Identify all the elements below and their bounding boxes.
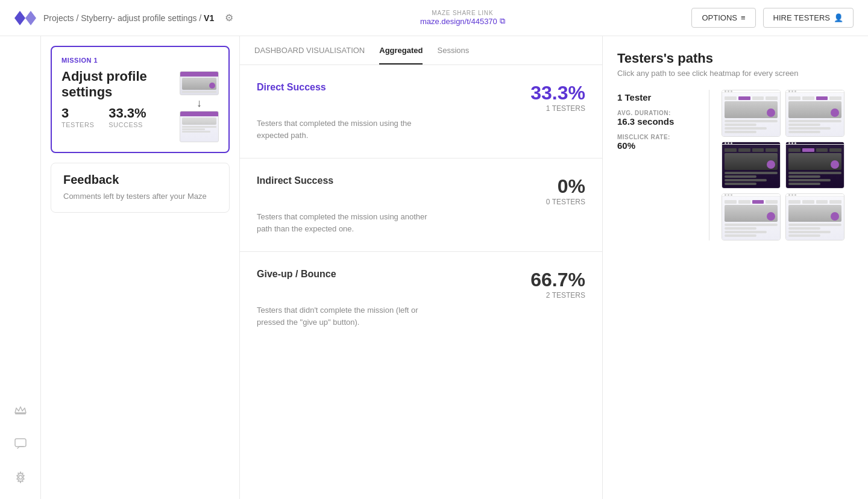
sidebar-crown-icon[interactable]	[11, 400, 30, 419]
tab-bar: DASHBOARD VISUALISATION Aggregated Sessi…	[240, 36, 602, 65]
metric-block-0: Direct Success 33.3% 1 TESTERS Testers t…	[240, 65, 602, 158]
metric-header: Indirect Success 0% 0 TESTERS	[257, 175, 585, 206]
screen-thumb-0[interactable]	[722, 90, 781, 137]
hire-testers-button[interactable]: HIRE TESTERS 👤	[763, 8, 854, 28]
svg-point-2	[19, 475, 22, 479]
tab-sessions[interactable]: Sessions	[437, 36, 469, 64]
metric-description: Testers that didn't complete the mission…	[257, 304, 438, 328]
metric-testers: 1 TESTERS	[530, 104, 585, 113]
svg-rect-0	[15, 413, 26, 415]
screen-thumb-2[interactable]	[722, 142, 781, 189]
metric-name: Direct Success	[257, 82, 326, 93]
metric-percent-block: 66.7% 2 TESTERS	[530, 269, 585, 300]
nav-actions: OPTIONS ≡ HIRE TESTERS 👤	[691, 8, 854, 28]
testers-stat: 3 TESTERS	[61, 105, 94, 128]
screen-thumb-4[interactable]	[722, 193, 781, 240]
main-layout: MISSION 1 Adjust profile settings 3 TEST…	[0, 36, 868, 499]
paths-subtitle: Click any path to see click heatmap for …	[617, 69, 854, 78]
tester-count-label: 1 Tester	[617, 92, 690, 102]
tab-dashboard[interactable]: DASHBOARD VISUALISATION	[254, 36, 365, 64]
sidebar-chat-icon[interactable]	[11, 434, 30, 453]
svg-rect-1	[15, 439, 26, 447]
metric-percent-block: 33.3% 1 TESTERS	[530, 82, 585, 113]
tab-aggregated[interactable]: Aggregated	[379, 36, 423, 64]
metric-percent: 33.3%	[530, 82, 585, 104]
metric-block-2: Give-up / Bounce 66.7% 2 TESTERS Testers…	[240, 252, 602, 345]
divider	[709, 90, 709, 240]
metric-percent-block: 0% 0 TESTERS	[546, 175, 585, 206]
feedback-description: Comments left by testers after your Maze	[63, 190, 217, 202]
mission-card[interactable]: MISSION 1 Adjust profile settings 3 TEST…	[51, 46, 230, 153]
metric-header: Give-up / Bounce 66.7% 2 TESTERS	[257, 269, 585, 300]
options-icon: ≡	[741, 13, 746, 22]
metric-testers: 0 TESTERS	[546, 198, 585, 206]
options-button[interactable]: OPTIONS ≡	[691, 8, 755, 28]
right-panel: Testers's paths Click any path to see cl…	[603, 36, 868, 499]
logo[interactable]	[14, 10, 36, 27]
screens-grid	[722, 90, 854, 240]
mission-stats: 3 TESTERS 33.3% SUCCESS	[61, 105, 180, 128]
feedback-card[interactable]: Feedback Comments left by testers after …	[51, 163, 230, 213]
hire-icon: 👤	[834, 13, 843, 22]
copy-icon[interactable]: ⧉	[500, 16, 505, 26]
metric-testers: 2 TESTERS	[530, 291, 585, 300]
tester-info: 1 Tester AVG. DURATION: 16.3 seconds MIS…	[617, 90, 690, 151]
metric-description: Testers that completed the mission using…	[257, 211, 438, 234]
metric-percent: 0%	[546, 175, 585, 198]
feedback-title: Feedback	[63, 173, 217, 187]
success-stat: 33.3% SUCCESS	[108, 105, 146, 128]
icon-sidebar	[0, 36, 41, 499]
metric-name: Indirect Success	[257, 175, 333, 186]
mission-title: Adjust profile settings	[61, 69, 180, 101]
share-link-section: MAZE SHARE LINK maze.design/t/445370 ⧉	[420, 10, 505, 26]
metric-block-1: Indirect Success 0% 0 TESTERS Testers th…	[240, 158, 602, 252]
screen-thumb-3[interactable]	[785, 142, 844, 189]
metric-name: Give-up / Bounce	[257, 269, 336, 280]
breadcrumb: Projects / Styberry- adjust profile sett…	[43, 13, 214, 23]
misclick-rate-block: MISCLICK RATE: 60%	[617, 134, 690, 151]
nav-left: Projects / Styberry- adjust profile sett…	[14, 10, 233, 27]
share-link[interactable]: maze.design/t/445370 ⧉	[420, 16, 505, 26]
top-navigation: Projects / Styberry- adjust profile sett…	[0, 0, 868, 36]
paths-title: Testers's paths	[617, 51, 854, 66]
metric-percent: 66.7%	[530, 269, 585, 291]
metric-description: Testers that completed the mission using…	[257, 118, 438, 141]
screen-thumb-5[interactable]	[785, 193, 844, 240]
sidebar-gear-icon[interactable]	[11, 468, 30, 487]
center-panel: DASHBOARD VISUALISATION Aggregated Sessi…	[240, 36, 603, 499]
metric-header: Direct Success 33.3% 1 TESTERS	[257, 82, 585, 113]
metrics-list: Direct Success 33.3% 1 TESTERS Testers t…	[240, 65, 602, 345]
mission-label: MISSION 1	[61, 57, 219, 64]
share-label: MAZE SHARE LINK	[432, 10, 493, 16]
settings-icon[interactable]: ⚙	[225, 12, 233, 24]
screen-thumb-1[interactable]	[785, 90, 844, 137]
tester-row: 1 Tester AVG. DURATION: 16.3 seconds MIS…	[617, 90, 854, 240]
avg-duration-block: AVG. DURATION: 16.3 seconds	[617, 110, 690, 127]
left-panel: MISSION 1 Adjust profile settings 3 TEST…	[41, 36, 240, 499]
